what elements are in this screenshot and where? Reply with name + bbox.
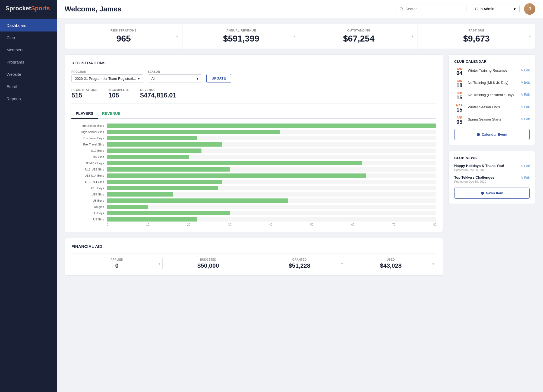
cal-day: 04 — [456, 70, 462, 76]
bar-label: U13-U14 Girls — [71, 180, 104, 184]
add-news-item-button[interactable]: ⊕ News Item — [454, 188, 530, 199]
fa-used-value: $43,028 — [380, 262, 402, 269]
calendar-event-item: MAR 15 Winter Season Ends ✎ Edit — [454, 104, 530, 112]
search-input[interactable] — [405, 7, 463, 11]
fa-budgeted-value: $50,000 — [197, 262, 219, 269]
chevron-down-icon[interactable]: ▾ — [341, 262, 343, 265]
chevron-down-icon: ▾ — [514, 7, 516, 11]
season-select[interactable]: All ▾ — [148, 74, 202, 83]
add-calendar-event-button[interactable]: ⊕ Calendar Event — [454, 129, 530, 140]
tab-players[interactable]: PLAYERS — [71, 109, 98, 119]
avatar: J — [524, 3, 535, 15]
bar-fill — [107, 211, 230, 215]
bar-row: U13-U14 Boys — [71, 173, 436, 178]
cal-edit-button[interactable]: ✎ Edit — [520, 116, 530, 121]
stat-outstanding-value: $67,254 — [343, 34, 375, 44]
bar-row: U11-U12 Girls — [71, 167, 436, 172]
bar-fill — [107, 180, 222, 184]
chevron-down-icon[interactable]: ▾ — [432, 262, 434, 265]
news-item-content: Top Tekkers Challenges Posted on Dec 30,… — [454, 175, 518, 183]
update-button[interactable]: UPDATE — [206, 74, 231, 83]
cal-edit-button[interactable]: ✎ Edit — [520, 92, 530, 97]
financial-aid-title: FINANCIAL AID — [71, 244, 436, 249]
stat-revenue-label: ANNUAL REVENUE — [226, 29, 256, 32]
mini-reg-label: REGISTRATIONS — [71, 88, 97, 91]
bar-row: U13-U14 Girls — [71, 180, 436, 184]
players-bar-chart: High School Boys High School Girls Pre-T… — [71, 124, 436, 222]
sidebar-item-club[interactable]: Club — [0, 31, 57, 44]
chevron-down-icon[interactable]: ▾ — [529, 34, 531, 38]
bar-fill — [107, 173, 366, 178]
tab-revenue[interactable]: REVENUE — [98, 109, 125, 119]
cal-event-name: Spring Season Starts — [468, 116, 517, 121]
stat-pastdue-value: $9,673 — [463, 34, 490, 44]
bar-track — [107, 142, 436, 147]
chevron-down-icon[interactable]: ▾ — [176, 34, 178, 38]
chevron-down-icon[interactable]: ▾ — [159, 262, 160, 265]
news-items-list: Happy Holidays & Thank You! Posted on De… — [454, 164, 530, 183]
fa-applied: APPLIED 0 ▾ — [71, 258, 163, 269]
mini-stat-registrations: REGISTRATIONS 515 — [71, 88, 97, 99]
sidebar-item-members[interactable]: Members — [0, 44, 57, 56]
bar-track — [107, 124, 436, 128]
bar-track — [107, 167, 436, 172]
sidebar-item-reports[interactable]: Reports — [0, 93, 57, 105]
cal-date: APR 05 — [454, 116, 465, 125]
bar-row: U11-U12 Boys — [71, 161, 436, 165]
news-title: CLUB NEWS — [454, 156, 530, 160]
user-avatar-image: J — [524, 3, 535, 15]
cal-edit-button[interactable]: ✎ Edit — [520, 67, 530, 72]
bar-label: U15 Girls — [71, 193, 104, 196]
chevron-down-icon[interactable]: ▾ — [412, 34, 413, 38]
bar-label: U11-U12 Girls — [71, 168, 104, 171]
cal-day: 15 — [456, 95, 462, 100]
chevron-down-icon[interactable]: ▾ — [294, 34, 296, 38]
calendar-event-item: JAN 04 Winter Training Resumes ✎ Edit — [454, 67, 530, 76]
bar-track — [107, 198, 436, 203]
fa-granted-label: GRANTED — [292, 258, 307, 261]
calendar-event-item: FEB 15 No Training (President's Day) ✎ E… — [454, 92, 530, 100]
sidebar-nav: Dashboard Club Members Programs Website … — [0, 17, 57, 392]
program-select-value: 2020-21 Program for Team Registrati... — [75, 77, 136, 81]
plus-icon: ⊕ — [481, 191, 484, 196]
fa-used: USED $43,028 ▾ — [345, 258, 436, 269]
bar-label: U8 Boys — [71, 199, 104, 202]
news-edit-button[interactable]: ✎ Edit — [520, 175, 530, 180]
role-dropdown[interactable]: Club Admin ▾ — [471, 5, 520, 13]
mini-rev-label: REVENUE — [140, 88, 176, 91]
bar-label: U11-U12 Boys — [71, 162, 104, 165]
mini-rev-value: $474,816.01 — [140, 91, 176, 99]
sidebar-item-programs[interactable]: Programs — [0, 56, 57, 68]
news-edit-button[interactable]: ✎ Edit — [520, 164, 530, 168]
bar-row: U10 Girls — [71, 155, 436, 159]
bar-fill — [107, 205, 148, 209]
bar-fill — [107, 167, 230, 172]
bar-label: U9 Girls — [71, 218, 104, 221]
cal-edit-button[interactable]: ✎ Edit — [520, 80, 530, 84]
sidebar-item-email[interactable]: Email — [0, 80, 57, 93]
bar-fill — [107, 161, 362, 165]
cal-day: 18 — [456, 83, 462, 88]
bar-fill — [107, 148, 201, 153]
stat-outstanding: OUTSTANDING $67,254 ▾ — [300, 24, 418, 49]
cal-edit-button[interactable]: ✎ Edit — [520, 104, 530, 109]
bar-fill — [107, 192, 173, 197]
sidebar-item-dashboard[interactable]: Dashboard — [0, 19, 57, 31]
bar-track — [107, 217, 436, 222]
calendar-panel: CLUB CALENDAR JAN 04 Winter Training Res… — [449, 54, 535, 145]
svg-point-0 — [400, 8, 403, 10]
program-select[interactable]: 2020-21 Program for Team Registrati... ▾ — [71, 74, 143, 83]
club-news-panel: CLUB NEWS Happy Holidays & Thank You! Po… — [449, 151, 535, 204]
fa-budgeted-label: BUDGETED — [200, 258, 216, 261]
bar-row: U9 Boys — [71, 211, 436, 215]
sidebar-item-website[interactable]: Website — [0, 68, 57, 80]
calendar-event-item: JAN 18 No Training (MLK Jr. Day) ✎ Edit — [454, 80, 530, 88]
bar-label: U10 Boys — [71, 149, 104, 152]
stat-outstanding-label: OUTSTANDING — [347, 29, 370, 32]
search-box[interactable] — [396, 5, 466, 13]
bar-label: High School Boys — [71, 124, 104, 127]
bar-row: U8 Boys — [71, 198, 436, 203]
mini-inc-label: INCOMPLETE — [108, 88, 129, 91]
two-col-layout: REGISTRATIONS PROGRAM 2020-21 Program fo… — [65, 54, 535, 387]
add-news-label: News Item — [486, 191, 503, 195]
